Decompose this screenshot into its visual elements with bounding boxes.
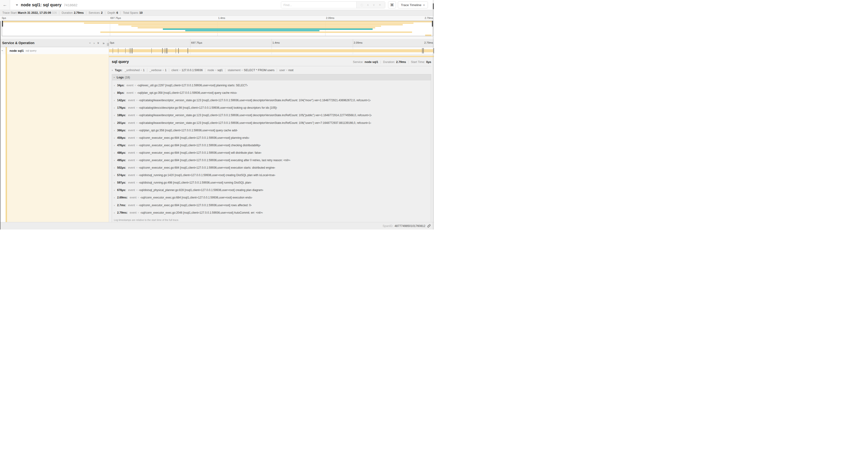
log-entry-row[interactable]: ›80μs:event=‹sql/plan_opt.go:358 [nsql1,… [112, 89, 431, 97]
log-field-value: ‹sql/conn_executor_exec.go:2046 [nsql1,c… [141, 211, 263, 214]
trace-collapse-chevron-icon[interactable]: › [15, 4, 20, 6]
timeline-tick-label: 697.75μs [191, 41, 202, 44]
tags-items: _unfinished=1_verbose=1client=127.0.0.1:… [125, 69, 293, 72]
tag-value: SELECT * FROM users [244, 69, 274, 72]
scrollbar-track[interactable] [433, 0, 433, 230]
log-expand-chevron-icon[interactable]: › [114, 99, 116, 102]
tags-row[interactable]: › Tags: _unfinished=1_verbose=1client=12… [112, 69, 431, 72]
minimap-span [425, 35, 432, 36]
minimap-axis-label: 697.75μs [111, 17, 121, 19]
log-expand-chevron-icon[interactable]: › [114, 122, 116, 124]
log-tick-marker [162, 48, 163, 54]
log-expand-chevron-icon[interactable]: › [114, 181, 116, 184]
log-field-key: event [126, 84, 133, 87]
trace-info-label: Duration [62, 11, 72, 14]
span-collapse-chevron-icon[interactable]: › [1, 50, 4, 51]
log-tick-marker [188, 48, 188, 54]
log-entry-row[interactable]: ›574μs:event=‹sql/distsql_running.go:142… [112, 171, 431, 179]
log-timestamp: 597μs: [117, 181, 126, 184]
log-entry-row[interactable]: ›476μs:event=‹sql/conn_executor_exec.go:… [112, 141, 431, 149]
log-field-equals: = [135, 84, 136, 87]
tag-key: client [172, 69, 178, 72]
log-entry-row[interactable]: ›2.69ms:event=‹sql/conn_executor_exec.go… [112, 194, 431, 201]
log-expand-chevron-icon[interactable]: › [114, 91, 116, 94]
log-entry-row[interactable]: ›678μs:event=‹sql/distsql_physical_plann… [112, 186, 431, 194]
log-entry-row[interactable]: ›495μs:event=‹sql/conn_executor_exec.go:… [112, 157, 431, 164]
collapse-one-icon[interactable]: › [88, 42, 91, 43]
log-expand-chevron-icon[interactable]: › [114, 129, 116, 132]
log-field-value: ‹sql/conn_executor_exec.go:684 [nsql1,cl… [139, 166, 275, 169]
minimap-left-handle[interactable] [2, 21, 3, 27]
log-expand-chevron-icon[interactable]: › [114, 159, 116, 162]
keyboard-shortcuts-button[interactable]: ⌘ [388, 1, 396, 8]
log-field-key: event [128, 181, 135, 184]
log-entry-row[interactable]: ›366μs:event=‹sql/plan_opt.go:358 [nsql1… [112, 127, 431, 134]
log-expand-chevron-icon[interactable]: › [114, 84, 116, 87]
log-entry-row[interactable]: ›176μs:event=‹sql/catalog/descs/descript… [112, 104, 431, 111]
timeline-tick-label: 1.4ms [273, 41, 280, 44]
tags-expand-chevron-icon[interactable]: › [112, 69, 113, 72]
scrollbar-thumb[interactable] [433, 3, 434, 9]
log-expand-chevron-icon[interactable]: › [114, 136, 116, 139]
log-tick-marker [113, 48, 113, 54]
log-entry-row[interactable]: ›597μs:event=‹sql/distsql_running.go:498… [112, 179, 431, 186]
log-entry-row[interactable]: ›502μs:event=‹sql/conn_executor_exec.go:… [112, 164, 431, 171]
log-entry-row[interactable]: ›201μs:event=‹sql/catalog/lease/descript… [112, 119, 431, 126]
expand-one-icon[interactable]: › [94, 41, 94, 44]
log-expand-chevron-icon[interactable]: › [114, 204, 116, 207]
log-expand-chevron-icon[interactable]: › [114, 166, 116, 169]
span-operation-name: sql query [26, 49, 37, 52]
span-detail-meta: Service:node sql1 Duration:2.79ms Start … [353, 60, 431, 64]
find-input[interactable] [281, 2, 356, 8]
expand-all-icon[interactable]: » [103, 41, 104, 45]
log-field-value: ‹sql/conn_executor_exec.go:684 [nsql1,cl… [139, 136, 249, 139]
log-field-value: ‹sql/catalog/lease/descriptor_version_st… [139, 121, 371, 125]
log-entry-row[interactable]: ›486μs:event=‹sql/conn_executor_exec.go:… [112, 149, 431, 157]
log-timestamp: 678μs: [117, 189, 126, 192]
log-field-value: ‹sql/distsql_running.go:1420 [nsql1,clie… [139, 173, 275, 177]
log-field-value: ‹sql/conn_executor_exec.go:684 [nsql1,cl… [139, 159, 290, 162]
span-row-name-cell[interactable]: › node sql1 sql query [0, 47, 109, 54]
logs-header[interactable]: › Logs (18) [112, 74, 431, 80]
minimap-canvas[interactable] [2, 21, 433, 36]
back-button[interactable]: ← [0, 0, 10, 10]
log-expand-chevron-icon[interactable]: › [114, 114, 116, 117]
log-expand-chevron-icon[interactable]: › [114, 106, 116, 109]
log-field-value: ‹sql/catalog/descs/descriptor.go:98 [nsq… [139, 106, 277, 109]
copy-link-icon[interactable] [427, 224, 431, 228]
log-entry-row[interactable]: ›189μs:event=‹sql/catalog/lease/descript… [112, 111, 431, 119]
log-expand-chevron-icon[interactable]: › [114, 174, 116, 176]
minimap-axis-label: 0μs [2, 17, 6, 19]
log-field-key: event [128, 121, 135, 125]
log-expand-chevron-icon[interactable]: › [114, 189, 116, 192]
span-row-timeline-cell[interactable] [109, 47, 434, 54]
log-entry-row[interactable]: ›34μs:event=‹sql/exec_util.go:2297 [nsql… [112, 81, 431, 89]
divider [225, 69, 225, 72]
log-field-equals: = [136, 181, 137, 184]
log-tick-marker [129, 48, 130, 54]
log-field-key: event [128, 173, 135, 177]
span-duration-bar[interactable] [109, 49, 434, 52]
column-resizer-grip[interactable] [107, 43, 109, 46]
span-detail-title: sql query [112, 60, 129, 64]
logs-accordion: › Logs (18) ›34μs:event=‹sql/exec_util.g… [112, 74, 431, 222]
log-expand-chevron-icon[interactable]: › [114, 196, 116, 199]
trace-view-dropdown-label: Trace Timeline [401, 3, 422, 7]
logs-footer-note: Log timestamps are relative to the start… [112, 217, 431, 222]
log-entry-row[interactable]: ›459μs:event=‹sql/conn_executor_exec.go:… [112, 134, 431, 141]
log-entry-row[interactable]: ›2.79ms:event=‹sql/conn_executor_exec.go… [112, 209, 431, 217]
log-entry-row[interactable]: ›2.7ms:event=‹sql/conn_executor_exec.go:… [112, 201, 431, 209]
log-entry-row[interactable]: ›142μs:event=‹sql/catalog/lease/descript… [112, 97, 431, 104]
log-expand-chevron-icon[interactable]: › [114, 211, 116, 214]
find-prev-icon[interactable]: ∧ [367, 3, 369, 6]
log-field-key: event [128, 106, 135, 109]
collapse-all-icon[interactable]: » [97, 42, 100, 44]
find-clear-icon[interactable]: ✕ [379, 3, 381, 6]
trace-info-bar: Trace StartMarch 31 2022, 17:25:09.326Du… [0, 10, 434, 15]
log-expand-chevron-icon[interactable]: › [114, 144, 116, 147]
trace-view-dropdown[interactable]: Trace Timeline ∨ [398, 1, 428, 8]
find-next-icon[interactable]: ∨ [373, 3, 375, 6]
logs-collapse-chevron-icon[interactable]: › [113, 77, 116, 78]
locate-icon[interactable] [361, 4, 363, 6]
log-expand-chevron-icon[interactable]: › [114, 151, 116, 154]
